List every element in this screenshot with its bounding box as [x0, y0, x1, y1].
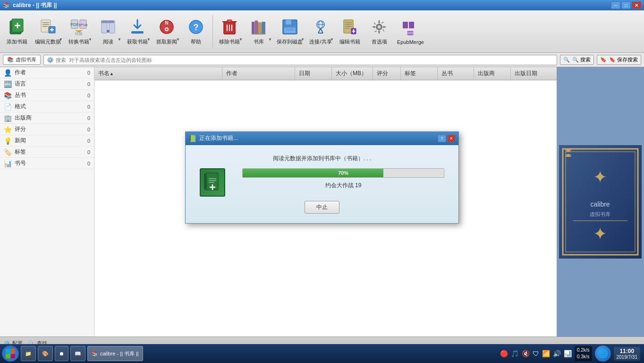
search-gear-icon[interactable]: ⚙️	[47, 57, 54, 63]
maximize-button[interactable]: □	[621, 1, 631, 9]
col-size[interactable]: 大小（MB）	[332, 67, 373, 80]
col-rating[interactable]: 评分	[373, 67, 400, 80]
toolbar-remove[interactable]: 移除书籍 ▼	[215, 13, 244, 50]
taskbar-color[interactable]: 🎨	[38, 346, 53, 361]
modal-cancel-button[interactable]: 中止	[305, 201, 339, 214]
sidebar-isbn-label: 书号	[15, 159, 26, 167]
svg-rect-18	[102, 21, 114, 23]
help-icon: ?	[186, 17, 205, 36]
search-input[interactable]	[56, 57, 554, 63]
app-title: calibre - || 书库 ||	[13, 1, 57, 9]
toolbar-add-book[interactable]: 添加书籍	[3, 13, 31, 50]
modal-title: 正在添加书籍...	[199, 134, 238, 142]
toolbar-preferences-label: 首选项	[372, 38, 387, 45]
svg-rect-57	[409, 22, 414, 28]
save-search-label: 🔖 保存搜索	[609, 56, 638, 63]
svg-text:转换: 转换	[75, 32, 83, 36]
svg-rect-35	[258, 23, 261, 34]
toolbar-convert[interactable]: PDF ePub 转换 转换书籍 ▼	[65, 13, 93, 50]
modal-controls: ? ✕	[438, 135, 456, 142]
col-date-label: 日期	[299, 69, 310, 78]
search-button[interactable]: 🔍 🔍 搜索	[560, 55, 594, 65]
svg-point-19	[107, 30, 110, 33]
remove-arrow: ▼	[239, 37, 243, 42]
sidebar-format-label: 格式	[15, 103, 26, 111]
sidebar-language-label: 语言	[15, 80, 26, 88]
col-pub-date-label: 出版日期	[515, 69, 537, 78]
toolbar-save[interactable]: 保存到磁盘 ▼	[274, 13, 305, 50]
edit-meta-arrow: ▼	[59, 37, 63, 42]
col-pub-date[interactable]: 出版日期	[511, 67, 557, 80]
save-search-button[interactable]: 🔖 🔖 保存搜索	[597, 55, 641, 65]
col-series[interactable]: 丛书	[438, 67, 475, 80]
toolbar-news[interactable]: N 抓取新闻 ▼	[153, 13, 181, 50]
library-tag[interactable]: 📚 虚拟书库	[3, 55, 41, 65]
globe-icon: 🌐	[595, 346, 611, 362]
toolbar-edit-meta[interactable]: 编辑元数据 ▼	[32, 13, 64, 50]
toolbar-epubmerge[interactable]: EPUB EpubMerge	[394, 13, 427, 50]
modal-close-button[interactable]: ✕	[447, 135, 456, 142]
sidebar-item-isbn[interactable]: 📊 书号 0	[0, 158, 94, 169]
read-arrow: ▼	[118, 37, 121, 42]
toolbar-read[interactable]: 阅读 ▼	[94, 13, 122, 50]
sidebar-item-tags[interactable]: 🏷️ 标签 0	[0, 147, 94, 158]
modal-content: 阅读元数据并添加到书库中（书籍）. . .	[186, 145, 458, 223]
toolbar-connect[interactable]: 连接/共享 ▼	[306, 13, 335, 50]
sidebar-language-count: 0	[87, 81, 90, 87]
sidebar-item-format[interactable]: 📄 格式 0	[0, 101, 94, 112]
svg-point-24	[166, 28, 168, 30]
sidebar-author-count: 0	[87, 70, 90, 76]
svg-text:?: ?	[194, 23, 199, 32]
taskbar-explorer[interactable]: 📁	[21, 346, 36, 361]
col-author-label: 作者	[226, 69, 237, 78]
col-publisher-label: 出版商	[478, 69, 495, 78]
col-rating-label: 评分	[377, 69, 388, 78]
right-panel: ❧ ❧ ❧ ❧ ✦ calibre 虚拟书库 ✦	[557, 67, 644, 337]
taskbar-calibre[interactable]: 📚 calibre - || 书库 ||	[87, 346, 143, 361]
minimize-button[interactable]: ─	[611, 1, 620, 9]
svg-text:✦: ✦	[593, 224, 607, 243]
toolbar-get-books[interactable]: 获取书籍 ▼	[123, 13, 152, 50]
col-publisher[interactable]: 出版商	[474, 67, 511, 80]
sidebar-news-count: 0	[87, 138, 90, 144]
svg-text:PDF: PDF	[70, 22, 79, 27]
modal-help-button[interactable]: ?	[438, 135, 446, 142]
toolbar-library[interactable]: 书库 ▼	[245, 13, 273, 50]
toolbar-preferences[interactable]: 首选项	[365, 13, 393, 50]
clock-time: 11:00	[619, 348, 634, 354]
get-books-arrow: ▼	[147, 37, 151, 42]
sidebar-item-series[interactable]: 📚 丛书 0	[0, 90, 94, 101]
sidebar-item-news[interactable]: 💡 新闻 0	[0, 135, 94, 147]
edit-meta-icon	[39, 17, 58, 36]
explorer-icon: 📁	[25, 351, 32, 357]
svg-rect-36	[262, 22, 265, 34]
col-author[interactable]: 作者	[222, 67, 296, 80]
toolbar-help-label: 帮助	[191, 38, 201, 45]
col-date[interactable]: 日期	[295, 67, 332, 80]
svg-rect-39	[286, 20, 291, 25]
publisher-icon: 🏢	[4, 114, 12, 122]
close-button[interactable]: ✕	[632, 1, 641, 9]
svg-text:❧: ❧	[565, 146, 572, 155]
sidebar-item-author[interactable]: 👤 作者 0	[0, 67, 94, 78]
modal-titlebar: 📗 正在添加书籍... ? ✕	[186, 132, 458, 145]
svg-rect-34	[255, 21, 258, 34]
modal-book-icon	[200, 168, 225, 197]
connect-arrow: ▼	[330, 37, 334, 42]
sidebar-news-label: 新闻	[15, 137, 26, 145]
col-tags[interactable]: 标签	[401, 67, 438, 80]
sidebar-item-publisher[interactable]: 🏢 出版商 0	[0, 112, 94, 124]
author-icon: 👤	[4, 69, 12, 77]
sidebar-item-language[interactable]: 🔤 语言 0	[0, 78, 94, 90]
toolbar-convert-label: 转换书籍	[68, 38, 89, 45]
sidebar-tags-label: 标签	[15, 148, 26, 156]
taskbar-obs[interactable]: ⏺	[55, 346, 68, 361]
toolbar-help[interactable]: ? 帮助	[182, 13, 210, 50]
col-title[interactable]: 书名	[94, 67, 222, 80]
sidebar-item-rating[interactable]: ⭐ 评分 0	[0, 124, 94, 135]
start-button[interactable]	[2, 346, 19, 362]
taskbar-books[interactable]: 📖	[70, 346, 85, 361]
toolbar-edit-book[interactable]: 编辑书籍	[336, 13, 364, 50]
toolbar-separator-1	[212, 15, 213, 48]
add-books-modal: 📗 正在添加书籍... ? ✕ 阅读元数据并添加到书库中（书籍）. . .	[185, 131, 459, 224]
